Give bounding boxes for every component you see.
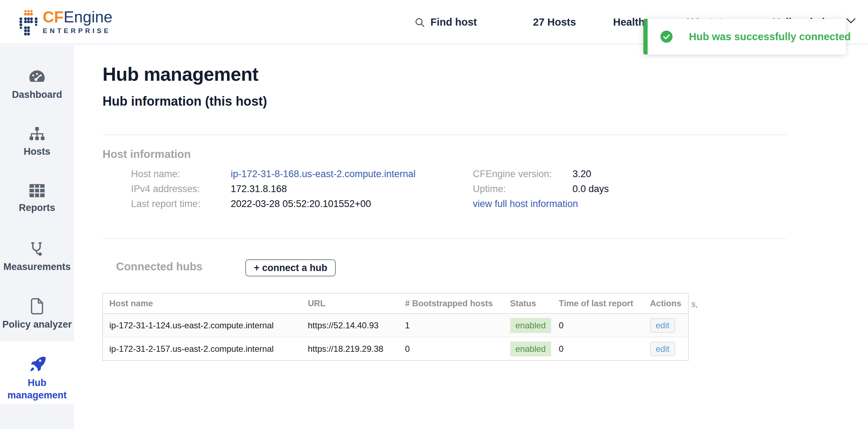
host-name-label: Host name:: [131, 169, 231, 180]
search-icon: [414, 17, 425, 28]
table-header-row: Host name URL # Bootstrapped hosts Statu…: [103, 293, 689, 314]
cell-host-name: ip-172-31-1-124.us-east-2.compute.intern…: [103, 314, 302, 337]
logo-engine: Engine: [64, 8, 113, 26]
sidebar-label-hosts: Hosts: [23, 145, 50, 158]
col-url: URL: [302, 293, 399, 314]
cell-host-name: ip-172-31-2-157.us-east-2.compute.intern…: [103, 337, 302, 361]
sitemap-icon: [29, 127, 45, 142]
check-circle-icon: [660, 30, 673, 43]
sidebar-label-policy-analyzer: Policy analyzer: [2, 318, 72, 331]
edit-button[interactable]: edit: [650, 342, 675, 356]
host-name-link[interactable]: ip-172-31-8-168.us-east-2.compute.intern…: [231, 169, 415, 180]
sidebar-item-hosts[interactable]: Hosts: [0, 127, 74, 158]
status-badge: enabled: [510, 318, 551, 333]
file-icon: [30, 298, 44, 314]
logo-cf: CF: [43, 8, 64, 26]
sidebar-item-hub-management[interactable]: Hub management: [0, 356, 74, 402]
sidebar: Dashboard Hosts Reports: [0, 45, 74, 429]
cfengine-logo-mark: [19, 9, 38, 37]
nav-hosts-count[interactable]: 27 Hosts: [533, 0, 576, 44]
host-information-heading: Host information: [103, 148, 191, 161]
cell-bootstrapped: 1: [399, 314, 504, 337]
toast-notification: Hub was successfully connected: [643, 19, 846, 54]
find-host-button[interactable]: Find host: [414, 0, 477, 44]
edit-button[interactable]: edit: [650, 318, 675, 333]
col-actions: Actions: [644, 293, 689, 314]
connected-hubs-heading: Connected hubs: [116, 260, 203, 273]
status-badge: enabled: [510, 341, 551, 356]
logo-enterprise: ENTERPRISE: [43, 27, 113, 35]
sidebar-label-hub-management: Hub management: [1, 377, 73, 402]
col-time-of-last-report: Time of last report: [553, 293, 644, 314]
divider: [103, 238, 786, 239]
user-menu-chevron[interactable]: [846, 18, 856, 24]
uptime-value: 0.0 days: [572, 184, 609, 195]
view-full-host-information-link[interactable]: view full host information: [473, 198, 609, 210]
col-bootstrapped-hosts: # Bootstrapped hosts: [399, 293, 504, 314]
chevron-down-icon: [846, 18, 856, 24]
cfengine-version-label: CFEngine version:: [473, 169, 572, 180]
stethoscope-icon: [29, 241, 45, 257]
ipv4-value: 172.31.8.168: [231, 184, 415, 195]
table-row: ip-172-31-1-124.us-east-2.compute.intern…: [103, 314, 689, 337]
ipv4-label: IPv4 addresses:: [131, 184, 231, 195]
sidebar-label-reports: Reports: [19, 202, 55, 214]
logo-wordmark: CFEngine: [43, 9, 113, 26]
cell-last-report: 0: [553, 314, 644, 337]
col-host-name: Host name: [103, 293, 302, 314]
sidebar-label-measurements: Measurements: [3, 261, 70, 273]
table-icon: [29, 184, 45, 198]
divider: [103, 134, 786, 135]
rocket-icon: [28, 356, 46, 373]
gauge-icon: [28, 70, 46, 85]
connect-a-hub-button[interactable]: + connect a hub: [245, 259, 336, 276]
cell-url: https://18.219.29.38: [302, 337, 399, 361]
sidebar-item-reports[interactable]: Reports: [0, 184, 74, 214]
last-report-label: Last report time:: [131, 198, 231, 210]
col-status: Status: [504, 293, 553, 314]
cell-url: https://52.14.40.93: [302, 314, 399, 337]
cell-last-report: 0: [553, 337, 644, 361]
host-info-right-column: CFEngine version: 3.20 Uptime: 0.0 days …: [473, 169, 609, 210]
table-row: ip-172-31-2-157.us-east-2.compute.intern…: [103, 337, 689, 361]
page-title: Hub management: [103, 63, 258, 85]
last-report-value: 2022-03-28 05:52:20.101552+00: [231, 198, 415, 210]
nav-health[interactable]: Health: [613, 0, 645, 44]
host-info-left-column: Host name: ip-172-31-8-168.us-east-2.com…: [131, 169, 415, 210]
cell-bootstrapped: 0: [399, 337, 504, 361]
cfengine-version-value: 3.20: [572, 169, 609, 180]
page-subtitle: Hub information (this host): [103, 94, 267, 109]
uptime-label: Uptime:: [473, 184, 572, 195]
connected-hubs-table: Host name URL # Bootstrapped hosts Statu…: [103, 293, 689, 361]
cfengine-logo[interactable]: CFEngine ENTERPRISE: [19, 9, 113, 37]
sidebar-item-measurements[interactable]: Measurements: [0, 241, 74, 273]
find-host-label: Find host: [430, 16, 477, 28]
overflow-text-fragment: s,: [691, 300, 698, 309]
sidebar-label-dashboard: Dashboard: [12, 89, 62, 101]
sidebar-item-policy-analyzer[interactable]: Policy analyzer: [0, 298, 74, 331]
toast-message: Hub was successfully connected: [689, 31, 851, 43]
sidebar-item-dashboard[interactable]: Dashboard: [0, 70, 74, 101]
